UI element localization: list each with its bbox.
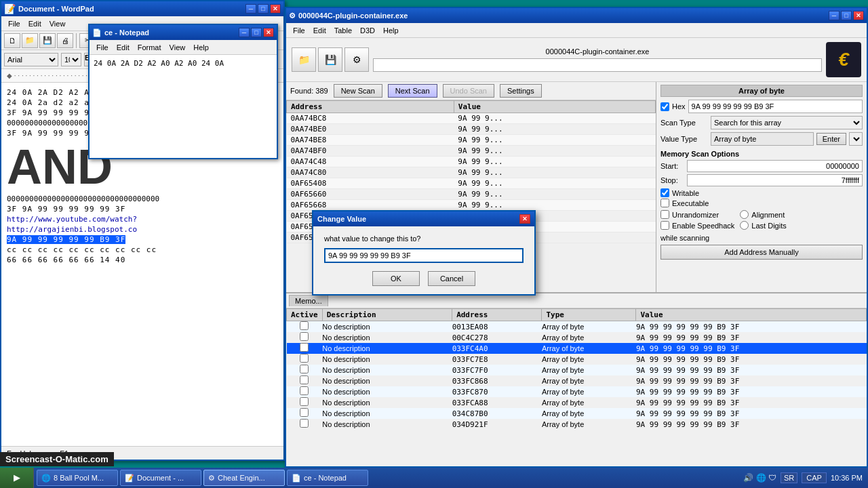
font-size-select[interactable]: 10 [61,53,81,66]
result-row[interactable]: 0AA74BC89A 99 9... [287,113,656,124]
bottom-row[interactable]: No description 033FC7E8 Array of byte 9A… [287,354,867,365]
settings-icon-btn[interactable]: ⚙ [344,47,369,72]
row-address: 0013EA08 [452,321,542,333]
wordpad-menu-file[interactable]: File [4,18,24,29]
open-btn[interactable]: 📁 [22,33,38,48]
bottom-row[interactable]: No description 033FC868 Array of byte 9A… [287,375,867,386]
bottom-row[interactable]: No description 033FC870 Array of byte 9A… [287,386,867,397]
hex-input[interactable] [688,100,863,113]
result-value: 9A 99 9... [454,124,655,135]
8ball-label: 8 Ball Pool M... [54,474,104,482]
row-active [287,397,323,408]
result-row[interactable]: 0AF654089A 99 9... [287,178,656,189]
last-digits-radio[interactable] [740,221,749,230]
wordpad-menu-edit[interactable]: Edit [24,18,45,29]
bottom-row[interactable]: No description 034C87B0 Array of byte 9A… [287,408,867,419]
row-value: 9A 99 99 99 99 99 B9 3F [636,386,867,397]
result-row[interactable]: 0AF656609A 99 9... [287,189,656,200]
undo-scan-btn[interactable]: Undo Scan [443,84,494,98]
result-row[interactable]: 0AA74C489A 99 9... [287,157,656,167]
ce-menu-d3d[interactable]: D3D [356,25,379,36]
wordpad-minimize-btn[interactable]: ─ [245,4,256,14]
cancel-btn[interactable]: Cancel [428,271,475,286]
result-row[interactable]: 0AA74C809A 99 9... [287,167,656,178]
wordpad-titlebar-icon: 📝 [4,3,16,14]
save-btn[interactable]: 💾 [39,33,56,48]
enter-btn[interactable]: Enter [816,133,846,145]
taskbar-cheatengine[interactable]: ⚙ Cheat Engin... [203,470,285,486]
notepad-menu-format[interactable]: Format [134,42,165,53]
bottom-row[interactable]: No description 033FC4A0 Array of byte 9A… [287,343,867,354]
taskbar-notepad[interactable]: 📄 ce - Notepad [287,470,368,486]
ok-btn[interactable]: OK [372,271,420,286]
open-process-btn[interactable]: 📁 [292,47,316,72]
writable-checkbox[interactable] [660,188,669,197]
notepad-minimize-btn[interactable]: ─ [239,28,250,37]
add-manually-btn[interactable]: Add Address Manually [660,245,863,260]
wordpad-maximize-btn[interactable]: □ [258,4,269,14]
memo-tab[interactable]: Memo... [289,295,328,306]
bottom-row[interactable]: No description 034D921F Array of byte 9A… [287,419,867,430]
wordpad-titlebar: 📝 Document - WordPad ─ □ ✕ [1,1,283,16]
result-row[interactable]: 0AA74BF09A 99 9... [287,146,656,157]
notepad-maximize-btn[interactable]: □ [251,28,262,37]
font-select[interactable]: Arial [4,53,58,66]
ce-close-btn[interactable]: ✕ [853,11,864,20]
cap-indicator: CAP [802,472,827,483]
wordpad-close-btn[interactable]: ✕ [270,4,281,14]
ce-menu-table[interactable]: Table [330,25,356,36]
alignment-radio[interactable] [740,210,749,219]
start-button[interactable]: ▶ [0,468,34,488]
notepad-menu-edit[interactable]: Edit [113,42,134,53]
ce-minimize-btn[interactable]: ─ [829,11,840,20]
stop-input[interactable] [687,174,863,186]
row-active [287,365,323,375]
bottom-row[interactable]: No description 00C4C278 Array of byte 9A… [287,332,867,343]
new-document-btn[interactable]: 🗋 [4,33,20,48]
row-active [287,354,323,365]
scan-type-select[interactable]: Search for this array [711,116,863,129]
unreandomizer-checkbox[interactable] [660,210,669,219]
speedhack-checkbox[interactable] [660,221,669,230]
result-row[interactable]: 0AA74BE09A 99 9... [287,124,656,135]
row-active [287,321,323,333]
notepad-menu-help[interactable]: Help [189,42,213,53]
hex-checkbox[interactable] [660,102,669,111]
result-row[interactable]: 0AA74BE89A 99 9... [287,135,656,146]
col-description: Description [322,309,452,321]
notepad-icon: 📄 [92,28,102,37]
ce-maximize-btn[interactable]: □ [841,11,852,20]
next-scan-btn[interactable]: Next Scan [388,84,437,98]
new-scan-btn[interactable]: New Scan [334,84,382,98]
url-2: http://argajienbi.blogspot.co [7,225,278,234]
bottom-row[interactable]: No description 033FCA88 Array of byte 9A… [287,397,867,408]
settings-btn[interactable]: Settings [500,84,542,98]
row-active [287,332,323,343]
bottom-row[interactable]: No description 033FC7F0 Array of byte 9A… [287,365,867,375]
notepad-menu-view[interactable]: View [165,42,190,53]
ce-process-input[interactable] [373,58,822,72]
bottom-row[interactable]: No description 0013EA08 Array of byte 9A… [287,321,867,333]
row-type: Array of byte [542,343,636,354]
dialog-close-btn[interactable]: ✕ [519,214,530,224]
row-value: 9A 99 99 99 99 99 B9 3F [636,365,867,375]
executable-checkbox[interactable] [660,199,669,207]
save-table-btn[interactable]: 💾 [318,47,342,72]
value-type-select[interactable] [849,132,863,146]
wordpad-menu-view[interactable]: View [45,18,70,29]
ce-menubar: File Edit Table D3D Help [286,23,867,38]
ce-menu-file[interactable]: File [289,25,309,36]
ce-menu-help[interactable]: Help [379,25,403,36]
bottom-scroll[interactable]: Active Description Address Type Value No… [286,308,867,454]
ce-menu-edit[interactable]: Edit [309,25,330,36]
notepad-close-btn[interactable]: ✕ [263,28,274,37]
taskbar-document[interactable]: 📝 Document - ... [120,470,201,486]
print-btn[interactable]: 🖨 [57,33,73,48]
taskbar-8ball[interactable]: 🌐 8 Ball Pool M... [37,470,118,486]
result-row[interactable]: 0AF656689A 99 9... [287,200,656,211]
stop-row: Stop: [660,174,863,186]
notepad-menubar: File Edit Format View Help [90,40,277,55]
start-input[interactable] [687,160,863,172]
change-value-input[interactable] [324,248,524,263]
notepad-menu-file[interactable]: File [92,42,113,53]
